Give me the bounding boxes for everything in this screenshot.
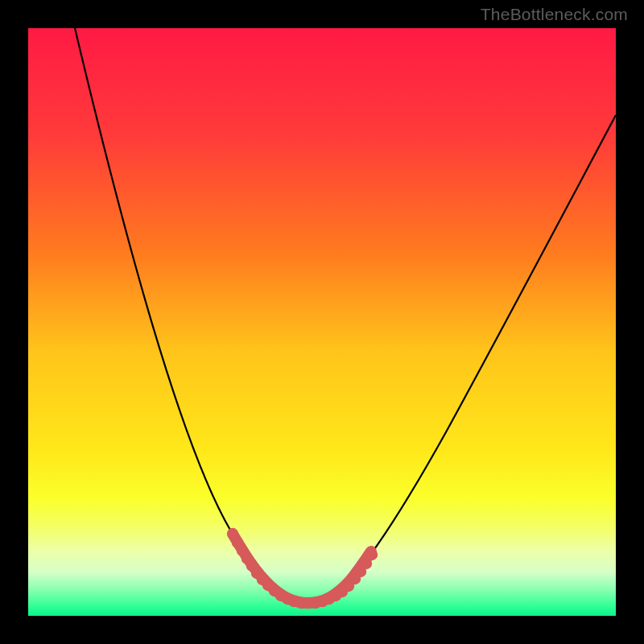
- highlight-dot: [366, 549, 378, 560]
- watermark-text: TheBottleneck.com: [481, 5, 628, 24]
- bottleneck-chart: [28, 28, 616, 616]
- plot-area: [28, 28, 616, 616]
- gradient-background: [28, 28, 616, 616]
- chart-frame: TheBottleneck.com: [0, 0, 644, 644]
